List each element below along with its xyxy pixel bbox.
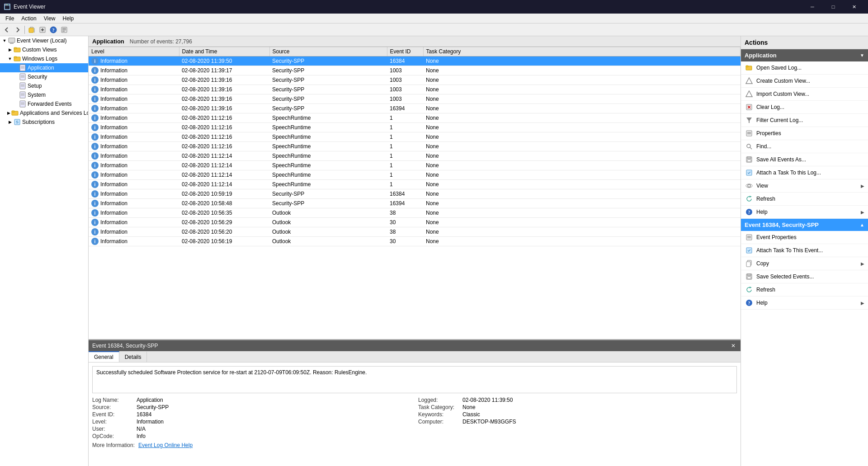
opcode-value: Info	[137, 433, 146, 439]
table-row[interactable]: i Information 02-08-2020 10:56:20 Outloo…	[89, 227, 741, 237]
cell-datetime: 02-08-2020 11:12:14	[179, 170, 269, 180]
forward-button[interactable]	[13, 25, 23, 35]
table-row[interactable]: i Information 02-08-2020 11:39:50 Securi…	[89, 56, 741, 66]
action-item-create-custom-view[interactable]: Create Custom View...	[741, 75, 868, 88]
cell-category: None	[423, 142, 741, 151]
actions-section-application-section[interactable]: Application▼	[741, 49, 868, 61]
level-value: Information	[137, 419, 164, 425]
col-category[interactable]: Task Category	[423, 47, 741, 56]
action-item-import-custom-view[interactable]: Import Custom View...	[741, 88, 868, 101]
table-row[interactable]: i Information 02-08-2020 11:12:14 Speech…	[89, 161, 741, 170]
properties-toolbar-button[interactable]	[59, 25, 69, 35]
svg-rect-20	[14, 56, 17, 58]
action-item-view[interactable]: View ▶	[741, 179, 868, 193]
event-detail-panel: Event 16384, Security-SPP ✕ GeneralDetai…	[89, 339, 741, 466]
detail-tab-details[interactable]: Details	[119, 351, 147, 362]
cell-category: None	[423, 151, 741, 161]
close-detail-button[interactable]: ✕	[730, 342, 737, 349]
cell-category: None	[423, 208, 741, 218]
svg-text:?: ?	[748, 210, 750, 215]
action-item-filter-current-log[interactable]: Filter Current Log...	[741, 114, 868, 127]
detail-tab-general[interactable]: General	[89, 351, 119, 362]
help-toolbar-button[interactable]: ?	[48, 25, 58, 35]
menu-item-view[interactable]: View	[40, 14, 59, 23]
open-log-button[interactable]	[27, 25, 37, 35]
col-datetime[interactable]: Date and Time	[179, 47, 269, 56]
info-icon: i	[91, 219, 99, 226]
new-log-button[interactable]	[38, 25, 47, 35]
sidebar-item-setup[interactable]: Setup	[0, 81, 88, 90]
maximize-button[interactable]: □	[823, 0, 844, 14]
table-row[interactable]: i Information 02-08-2020 11:12:16 Speech…	[89, 123, 741, 132]
action-item-find[interactable]: Find...	[741, 140, 868, 153]
table-row[interactable]: i Information 02-08-2020 11:39:16 Securi…	[89, 94, 741, 104]
action-item-help-event[interactable]: ? Help ▶	[741, 297, 868, 310]
menu-item-help[interactable]: Help	[59, 14, 78, 23]
sidebar-item-event-viewer-local[interactable]: ▼ Event Viewer (Local)	[0, 36, 88, 45]
sidebar-item-application[interactable]: Application	[0, 63, 88, 72]
cell-datetime: 02-08-2020 10:56:29	[179, 218, 269, 227]
table-row[interactable]: i Information 02-08-2020 11:12:16 Speech…	[89, 113, 741, 123]
action-item-save-all-events[interactable]: Save All Events As...	[741, 153, 868, 166]
sidebar-item-security[interactable]: Security	[0, 72, 88, 81]
table-row[interactable]: i Information 02-08-2020 11:12:14 Speech…	[89, 151, 741, 161]
refresh-icon	[745, 194, 754, 203]
action-item-clear-log[interactable]: Clear Log...	[741, 101, 868, 114]
cell-category: None	[423, 56, 741, 66]
table-row[interactable]: i Information 02-08-2020 11:39:16 Securi…	[89, 75, 741, 85]
minimize-button[interactable]: ─	[802, 0, 823, 14]
action-item-attach-task-event[interactable]: Attach Task To This Event...	[741, 244, 868, 257]
svg-point-2	[5, 5, 6, 5]
action-label: Event Properties	[756, 234, 797, 240]
table-row[interactable]: i Information 02-08-2020 10:56:19 Outloo…	[89, 237, 741, 246]
action-item-help-app[interactable]: ? Help ▶	[741, 206, 868, 219]
action-item-open-saved-log[interactable]: Open Saved Log...	[741, 61, 868, 75]
table-row[interactable]: i Information 02-08-2020 11:39:17 Securi…	[89, 66, 741, 75]
event-detail-header: Event 16384, Security-SPP ✕	[89, 340, 741, 351]
table-row[interactable]: i Information 02-08-2020 11:12:14 Speech…	[89, 180, 741, 189]
table-row[interactable]: i Information 02-08-2020 11:12:16 Speech…	[89, 132, 741, 142]
col-eventid[interactable]: Event ID	[387, 47, 423, 56]
action-item-copy[interactable]: Copy ▶	[741, 257, 868, 270]
menu-item-file[interactable]: File	[2, 14, 18, 23]
action-item-save-selected-events[interactable]: Save Selected Events...	[741, 270, 868, 283]
action-item-properties[interactable]: Properties	[741, 127, 868, 140]
action-item-refresh-app[interactable]: Refresh	[741, 193, 868, 206]
table-row[interactable]: i Information 02-08-2020 11:39:16 Securi…	[89, 104, 741, 113]
action-item-refresh-event[interactable]: Refresh	[741, 283, 868, 297]
table-row[interactable]: i Information 02-08-2020 10:59:19 Securi…	[89, 189, 741, 199]
actions-section-event-section[interactable]: Event 16384, Security-SPP▲	[741, 219, 868, 231]
info-icon: i	[91, 200, 99, 207]
sidebar-item-forwarded-events[interactable]: Forwarded Events	[0, 99, 88, 108]
sidebar-item-subscriptions[interactable]: ▶ S Subscriptions	[0, 118, 88, 127]
sidebar-item-app-services-logs[interactable]: ▶ Applications and Services Logs	[0, 108, 88, 118]
expand-arrow: ▶	[7, 47, 13, 52]
menu-item-action[interactable]: Action	[18, 14, 40, 23]
action-item-attach-task-log[interactable]: Attach a Task To this Log...	[741, 166, 868, 179]
sidebar-item-custom-views[interactable]: ▶ Custom Views	[0, 45, 88, 54]
cell-eventid: 30	[387, 237, 423, 246]
app-icon	[4, 3, 11, 10]
cell-level: i Information	[89, 208, 179, 218]
sidebar-item-windows-logs[interactable]: ▼ Windows Logs	[0, 54, 88, 63]
event-detail-content[interactable]: Successfully scheduled Software Protecti…	[89, 362, 741, 466]
table-row[interactable]: i Information 02-08-2020 10:56:29 Outloo…	[89, 218, 741, 227]
back-button[interactable]	[2, 25, 12, 35]
svg-rect-74	[747, 274, 751, 276]
col-source[interactable]: Source	[269, 47, 387, 56]
cell-source: Security-SPP	[269, 199, 387, 208]
moreinfo-link[interactable]: Event Log Online Help	[138, 442, 193, 448]
event-table-container[interactable]: Level Date and Time Source Event ID Task…	[89, 47, 741, 339]
table-row[interactable]: i Information 02-08-2020 10:56:35 Outloo…	[89, 208, 741, 218]
table-row[interactable]: i Information 02-08-2020 11:12:16 Speech…	[89, 142, 741, 151]
table-row[interactable]: i Information 02-08-2020 11:39:16 Securi…	[89, 85, 741, 94]
close-button[interactable]: ✕	[844, 0, 864, 14]
svg-rect-18	[14, 47, 17, 49]
action-item-event-properties[interactable]: Event Properties	[741, 231, 868, 244]
sidebar-item-system[interactable]: System	[0, 90, 88, 99]
logname-value: Application	[137, 397, 163, 403]
col-level[interactable]: Level	[89, 47, 179, 56]
table-row[interactable]: i Information 02-08-2020 10:58:48 Securi…	[89, 199, 741, 208]
table-row[interactable]: i Information 02-08-2020 11:12:14 Speech…	[89, 170, 741, 180]
toolbar: ?	[0, 24, 868, 36]
